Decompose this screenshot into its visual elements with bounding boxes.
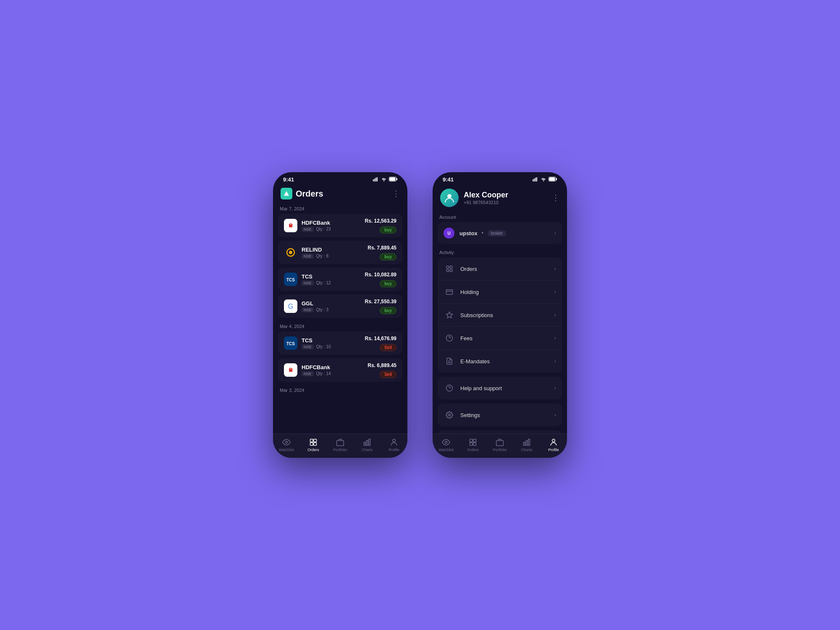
- svg-rect-39: [549, 178, 555, 181]
- svg-rect-58: [524, 442, 525, 446]
- qty-tcs1: Qty : 12: [316, 281, 331, 285]
- upstox-logo: U: [444, 228, 454, 239]
- user-name: Alex Cooper: [464, 191, 508, 200]
- price-hdfc1: Rs. 12,563.29: [365, 218, 396, 224]
- order-right-tcs1: Rs. 10,082.89 buy: [365, 272, 396, 287]
- signal-icon-2: [533, 177, 538, 182]
- profile-more-button[interactable]: ⋮: [552, 193, 559, 202]
- svg-rect-27: [314, 443, 317, 446]
- logout-item[interactable]: Log out: [438, 430, 562, 433]
- order-right-relind: Rs. 7,889.45 buy: [368, 245, 396, 260]
- svg-rect-24: [310, 439, 313, 442]
- fees-item[interactable]: Fees ›: [438, 327, 562, 350]
- broker-dot: •: [482, 230, 483, 236]
- nav-charts-1[interactable]: Charts: [356, 438, 378, 452]
- broker-item[interactable]: U upstox • broker ›: [438, 222, 562, 244]
- svg-rect-44: [450, 270, 452, 272]
- date-group-1: Mar 7, 2024: [278, 204, 402, 214]
- price-tcs1: Rs. 10,082.89: [365, 272, 396, 278]
- profile-icon-1: [390, 438, 398, 446]
- svg-rect-57: [496, 441, 504, 446]
- price-hdfc2: Rs. 6,889.45: [368, 362, 396, 368]
- subscriptions-label: Subscriptions: [460, 312, 549, 318]
- emandates-item[interactable]: E-Mandates ›: [438, 350, 562, 373]
- nav-portfolio-2[interactable]: Portfolio: [489, 438, 511, 452]
- nav-profile-1[interactable]: Profile: [383, 438, 405, 452]
- stock-meta-tcs2: NSE Qty : 10: [302, 344, 361, 349]
- svg-rect-25: [314, 439, 317, 442]
- tcs-icon-2: TCS: [284, 336, 297, 350]
- type-hdfc1: buy: [380, 226, 396, 234]
- nav-orders-1[interactable]: Orders: [302, 438, 324, 452]
- subscriptions-menu-icon: [446, 311, 453, 319]
- svg-point-32: [393, 439, 396, 442]
- settings-icon-wrap: [444, 409, 455, 421]
- svg-rect-42: [450, 266, 452, 268]
- nav-label-portfolio-2: Portfolio: [493, 448, 507, 452]
- google-icon: G: [284, 299, 297, 313]
- holding-item[interactable]: Holding ›: [438, 281, 562, 304]
- user-info-wrap: Alex Cooper +91 9876543210: [440, 189, 508, 207]
- watchlist-icon-2: [442, 438, 450, 446]
- order-card-tcs2[interactable]: TCS TCS NSE Qty : 10 Rs. 14,676.99 Sell: [278, 331, 402, 355]
- user-text: Alex Cooper +91 9876543210: [464, 191, 508, 205]
- settings-menu-icon: [446, 411, 453, 419]
- holding-label: Holding: [460, 289, 549, 295]
- orders-more-button[interactable]: ⋮: [392, 189, 400, 198]
- nav-watchlist-2[interactable]: Watchlist: [435, 438, 457, 452]
- activity-orders-label: Orders: [460, 266, 549, 272]
- qty-relind: Qty : 8: [316, 254, 328, 258]
- type-ggl: buy: [380, 307, 396, 314]
- portfolio-icon-2: [496, 438, 504, 446]
- nav-charts-2[interactable]: Charts: [516, 438, 538, 452]
- nav-watchlist-1[interactable]: Watchlist: [276, 438, 297, 452]
- activity-orders-item[interactable]: Orders ›: [438, 257, 562, 281]
- wifi-icon-1: [381, 177, 387, 182]
- orders-content: Orders ⋮ Mar 7, 2024 🏛 HDFCBank NSE Qty …: [273, 184, 407, 458]
- user-phone: +91 9876543210: [464, 200, 508, 205]
- orders-menu-icon: [446, 265, 453, 273]
- nav-portfolio-1[interactable]: Portfolio: [329, 438, 351, 452]
- svg-point-51: [449, 414, 451, 416]
- svg-rect-45: [446, 290, 453, 294]
- order-card-tcs1[interactable]: TCS TCS NSE Qty : 12 Rs. 10,082.89 buy: [278, 268, 402, 291]
- phone-profile: 9:41 Alex Cooper +91 9876543210: [433, 172, 567, 458]
- nav-label-profile-2: Profile: [548, 448, 559, 452]
- order-card-hdfc2[interactable]: 🏛 HDFCBank NSE Qty : 14 Rs. 6,889.45 Sel…: [278, 358, 402, 382]
- exchange-relind: NSE: [302, 254, 314, 259]
- svg-rect-54: [473, 439, 476, 442]
- help-item[interactable]: Help and support ›: [438, 377, 562, 399]
- svg-rect-34: [534, 178, 535, 181]
- holding-menu-icon: [446, 288, 453, 296]
- battery-icon-1: [389, 177, 397, 182]
- nav-profile-2[interactable]: Profile: [543, 438, 564, 452]
- profile-scroll-area: Account U upstox • broker › Activity: [433, 213, 567, 433]
- order-info-tcs2: TCS NSE Qty : 10: [302, 337, 361, 349]
- svg-text:TCS: TCS: [286, 341, 295, 346]
- charts-icon-2: [522, 438, 531, 446]
- exchange-hdfc2: NSE: [302, 371, 314, 376]
- svg-text:TCS: TCS: [286, 278, 295, 282]
- type-tcs1: buy: [380, 280, 396, 287]
- hdfc-icon-1: 🏛: [284, 219, 297, 232]
- exchange-tcs1: NSE: [302, 281, 314, 286]
- qty-hdfc2: Qty : 14: [316, 371, 331, 376]
- exchange-tcs2: NSE: [302, 344, 314, 349]
- order-card-ggl[interactable]: G GGL NSE Qty : 3 Rs. 27,550.39 buy: [278, 294, 402, 318]
- settings-item[interactable]: Settings ›: [438, 404, 562, 426]
- stock-name-hdfc1: HDFCBank: [302, 220, 361, 226]
- subscriptions-item[interactable]: Subscriptions ›: [438, 304, 562, 327]
- account-section-label: Account: [438, 213, 562, 222]
- order-card-relind[interactable]: RELIND NSE Qty : 8 Rs. 7,889.45 buy: [278, 241, 402, 264]
- svg-rect-38: [556, 178, 557, 180]
- order-card-hdfc1[interactable]: 🏛 HDFCBank NSE Qty : 23 Rs. 12,563.29 bu…: [278, 214, 402, 237]
- svg-rect-43: [446, 270, 449, 272]
- holding-icon-wrap: [444, 286, 455, 298]
- svg-rect-0: [373, 179, 374, 181]
- phone-orders: 9:41: [273, 172, 407, 458]
- status-bar-profile: 9:41: [433, 172, 567, 184]
- order-info-tcs1: TCS NSE Qty : 12: [302, 273, 361, 286]
- fees-menu-icon: [446, 334, 453, 342]
- stock-meta-hdfc2: NSE Qty : 14: [302, 371, 363, 376]
- nav-orders-2[interactable]: Orders: [462, 438, 484, 452]
